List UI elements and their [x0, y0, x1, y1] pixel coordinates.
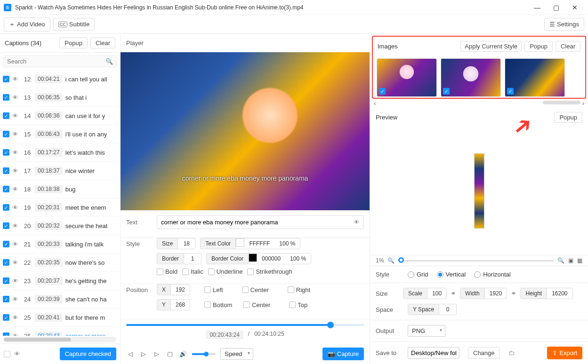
- caption-row[interactable]: ✓ 👁 18 00:18:38 bug: [0, 180, 120, 198]
- eye-icon[interactable]: 👁: [12, 259, 20, 266]
- eye-icon[interactable]: 👁: [14, 350, 20, 357]
- top-checkbox[interactable]: Top: [289, 301, 307, 309]
- stop-icon[interactable]: ▢: [166, 350, 174, 357]
- eye-icon[interactable]: 👁: [354, 219, 360, 226]
- yspace-field[interactable]: Y Space0: [408, 304, 457, 315]
- row-checkbox[interactable]: ✓: [3, 76, 9, 82]
- video-player[interactable]: corner or more eba money more panorama: [121, 52, 370, 210]
- close-button[interactable]: ✕: [565, 0, 584, 15]
- eye-icon[interactable]: 👁: [12, 149, 20, 156]
- image-thumb-2[interactable]: ✓: [441, 58, 501, 97]
- eye-icon[interactable]: 👁: [12, 296, 20, 303]
- play-icon[interactable]: ▷: [139, 350, 148, 357]
- capture-button[interactable]: 📷Capture: [322, 348, 364, 360]
- speed-select[interactable]: Speed: [220, 348, 253, 360]
- image-thumb-1[interactable]: ✓: [377, 58, 437, 97]
- row-checkbox[interactable]: ✓: [3, 149, 9, 156]
- border-color-field[interactable]: Border Color000000100 %: [206, 253, 311, 264]
- zoom-in-icon[interactable]: 🔍: [557, 257, 564, 264]
- minimize-button[interactable]: —: [528, 0, 547, 15]
- text-field[interactable]: 👁: [157, 215, 364, 229]
- underline-checkbox[interactable]: Underline: [208, 268, 243, 275]
- add-video-button[interactable]: ＋Add Video: [4, 17, 50, 32]
- grid-radio[interactable]: Grid: [408, 271, 428, 278]
- border-field[interactable]: Border1: [157, 253, 201, 264]
- eye-icon[interactable]: 👁: [12, 314, 20, 321]
- scale-field[interactable]: Scale100: [403, 288, 447, 299]
- row-checkbox[interactable]: ✓: [3, 259, 9, 266]
- eye-icon[interactable]: 👁: [12, 332, 20, 336]
- caption-row[interactable]: ✓ 👁 23 00:20:37 he's getting the: [0, 272, 120, 290]
- images-scrollbar[interactable]: [543, 101, 580, 104]
- row-checkbox[interactable]: ✓: [3, 296, 9, 302]
- eye-icon[interactable]: 👁: [12, 222, 20, 229]
- caption-row[interactable]: ✓ 👁 25 00:20:41 but for there m: [0, 309, 120, 327]
- prev-frame-icon[interactable]: ◁: [126, 350, 135, 357]
- captions-popup-button[interactable]: Popup: [59, 38, 88, 48]
- apply-style-button[interactable]: Apply Current Style: [460, 41, 522, 52]
- strike-checkbox[interactable]: Strikethrough: [247, 268, 292, 275]
- bottom-checkbox[interactable]: Bottom: [204, 301, 232, 309]
- center-x-checkbox[interactable]: Center: [242, 286, 269, 293]
- eye-icon[interactable]: 👁: [12, 277, 20, 285]
- output-select[interactable]: PNG: [408, 325, 445, 337]
- capture-checked-button[interactable]: Capture checked: [60, 348, 116, 360]
- caption-row[interactable]: ✓ 👁 13 00:06:35 so that i: [0, 88, 120, 107]
- row-checkbox[interactable]: ✓: [3, 186, 9, 192]
- saveto-field[interactable]: [408, 347, 459, 359]
- size-field[interactable]: Size18: [157, 238, 195, 249]
- text-input[interactable]: [161, 219, 351, 226]
- row-checkbox[interactable]: ✓: [3, 241, 9, 247]
- row-checkbox[interactable]: ✓: [3, 332, 9, 336]
- settings-button[interactable]: ☰Settings: [544, 18, 584, 31]
- caption-row[interactable]: ✓ 👁 14 00:06:36 can use it for y: [0, 107, 120, 125]
- caption-row[interactable]: ✓ 👁 15 00:06:43 i'll use it on any: [0, 125, 120, 143]
- caption-row[interactable]: ✓ 👁 17 00:18:37 nice winter: [0, 162, 120, 180]
- vertical-radio[interactable]: Vertical: [437, 271, 466, 278]
- eye-icon[interactable]: 👁: [12, 76, 20, 83]
- caption-row[interactable]: ✓ 👁 22 00:20:35 now there's so: [0, 253, 120, 272]
- zoom-slider[interactable]: [398, 260, 554, 261]
- images-clear-button[interactable]: Clear: [556, 41, 580, 52]
- images-next-icon[interactable]: ›: [582, 100, 584, 107]
- eye-icon[interactable]: 👁: [12, 94, 20, 101]
- text-color-field[interactable]: Text ColorFFFFFF100 %: [200, 238, 300, 249]
- subtitle-button[interactable]: CCSubtitle: [53, 18, 95, 31]
- volume-slider[interactable]: [192, 353, 216, 355]
- image-thumb-3[interactable]: ✓: [505, 58, 565, 97]
- fill-icon[interactable]: ▦: [577, 257, 582, 264]
- select-all-checkbox[interactable]: [4, 351, 10, 357]
- link-icon[interactable]: ⚭: [451, 290, 456, 297]
- preview-popup-button[interactable]: Popup: [554, 112, 582, 123]
- next-frame-icon[interactable]: ▷: [153, 350, 161, 357]
- row-checkbox[interactable]: ✓: [3, 167, 9, 174]
- center-y-checkbox[interactable]: Center: [243, 301, 270, 309]
- seek-bar[interactable]: 00:20:43:24 / 00:24:10:25: [121, 319, 370, 344]
- zoom-out-icon[interactable]: 🔍: [387, 257, 395, 264]
- maximize-button[interactable]: ▢: [547, 0, 565, 15]
- italic-checkbox[interactable]: Italic: [182, 268, 203, 275]
- caption-row[interactable]: ✓ 👁 19 00:20:31 meet the enem: [0, 198, 120, 217]
- eye-icon[interactable]: 👁: [12, 204, 20, 211]
- row-checkbox[interactable]: ✓: [3, 112, 9, 119]
- captions-search[interactable]: 🔍: [3, 55, 117, 67]
- right-checkbox[interactable]: Right: [288, 286, 310, 293]
- height-field[interactable]: Height16200: [520, 288, 572, 299]
- caption-row[interactable]: ✓ 👁 26 00:20:43 corner or more: [0, 327, 120, 336]
- captions-clear-button[interactable]: Clear: [90, 38, 115, 48]
- row-checkbox[interactable]: ✓: [3, 222, 9, 229]
- caption-row[interactable]: ✓ 👁 20 00:20:32 secure the heat: [0, 217, 120, 235]
- caption-row[interactable]: ✓ 👁 16 00:17:27 let's watch this: [0, 143, 120, 162]
- link-icon[interactable]: ⚭: [511, 290, 516, 297]
- y-field[interactable]: Y268: [157, 299, 190, 310]
- volume-icon[interactable]: 🔊: [179, 350, 187, 357]
- folder-icon[interactable]: 🗀: [508, 349, 515, 356]
- eye-icon[interactable]: 👁: [12, 131, 20, 138]
- eye-icon[interactable]: 👁: [12, 112, 20, 119]
- caption-row[interactable]: ✓ 👁 21 00:20:33 talking i'm talk: [0, 235, 120, 253]
- images-popup-button[interactable]: Popup: [524, 41, 553, 52]
- row-checkbox[interactable]: ✓: [3, 314, 9, 321]
- row-checkbox[interactable]: ✓: [3, 94, 9, 101]
- eye-icon[interactable]: 👁: [12, 241, 20, 248]
- export-button[interactable]: ⇪Export: [547, 347, 582, 359]
